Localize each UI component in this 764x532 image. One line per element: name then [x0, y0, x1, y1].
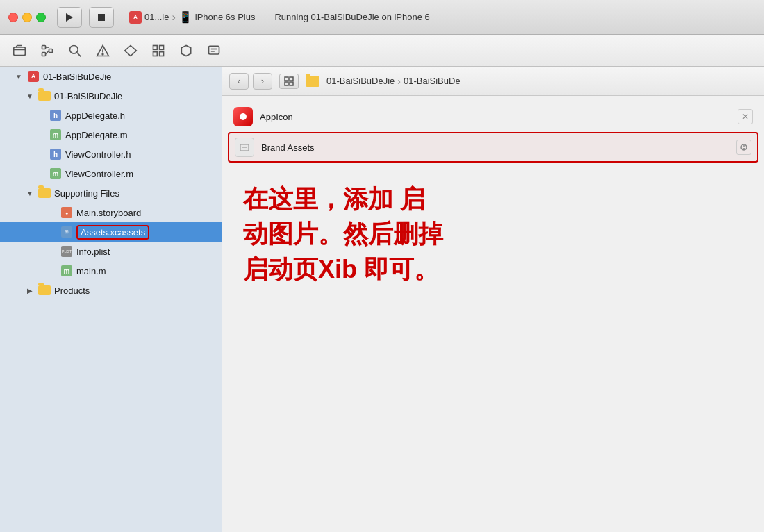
nav-folder-icon: [306, 76, 319, 87]
sidebar-item-products[interactable]: Products: [0, 281, 222, 300]
sidebar-item-viewcontroller-m[interactable]: m ViewController.m: [0, 164, 222, 183]
svg-rect-16: [209, 46, 219, 54]
appicon-action-btn[interactable]: ✕: [738, 109, 753, 124]
project-folder-label: 01-BaiSiBuDeJie: [54, 91, 122, 101]
sidebar-item-main-storyboard[interactable]: ● Main.storyboard: [0, 203, 222, 222]
xcassets-file-icon: ⊞: [60, 226, 73, 238]
folder-yellow-icon: [38, 90, 51, 102]
right-panel: ‹ › 01-BaiSiBuDeJie › 01-BaiSiBuDe: [222, 67, 764, 532]
play-button[interactable]: [57, 7, 82, 28]
svg-point-28: [743, 149, 745, 150]
folder-yellow-icon2: [38, 187, 51, 199]
m-file-icon: m: [49, 128, 62, 141]
sidebar-item-project-folder[interactable]: 01-BaiSiBuDeJie: [0, 86, 222, 106]
minimize-button[interactable]: [22, 13, 32, 22]
m-file-icon2: m: [49, 167, 62, 180]
svg-point-11: [102, 53, 103, 55]
brand-assets-name: Brand Assets: [261, 142, 729, 153]
sidebar-item-info-plist[interactable]: PLIST Info.plist: [0, 242, 222, 261]
folder-yellow-icon3: [38, 284, 51, 297]
nav-grid-btn[interactable]: [279, 74, 299, 89]
sidebar: A 01-BaiSiBuDeJie 01-BaiSiBuDeJie h AppD…: [0, 67, 222, 532]
svg-rect-5: [49, 49, 53, 52]
info-plist-label: Info.plist: [76, 247, 110, 257]
sidebar-item-supporting-files[interactable]: Supporting Files: [0, 183, 222, 203]
svg-rect-4: [42, 52, 46, 56]
nav-bc-2: 01-BaiSiBuDe: [404, 76, 460, 86]
breadcrumb-sep1: ›: [172, 11, 175, 24]
search-icon-btn[interactable]: [63, 38, 88, 63]
supporting-files-label: Supporting Files: [54, 188, 119, 199]
breadcrumb: A 01...ie › 📱 iPhone 6s Plus: [129, 10, 255, 24]
viewcontroller-m-label: ViewController.m: [65, 169, 133, 179]
main-storyboard-label: Main.storyboard: [76, 208, 141, 218]
svg-rect-19: [285, 77, 288, 81]
asset-row-brand-assets[interactable]: Brand Assets: [228, 132, 758, 163]
sidebar-item-root-project[interactable]: A 01-BaiSiBuDeJie: [0, 67, 222, 86]
nav-sep1: ›: [397, 76, 401, 87]
sidebar-item-appdelegate-h[interactable]: h AppDelegate.h: [0, 106, 222, 125]
tag-icon-btn[interactable]: [174, 38, 199, 63]
viewcontroller-h-label: ViewController.h: [65, 149, 131, 160]
nav-back-btn[interactable]: ‹: [229, 73, 249, 90]
svg-point-8: [70, 45, 78, 53]
asset-row-appicon[interactable]: AppIcon ✕: [228, 101, 758, 132]
nav-bc-1: 01-BaiSiBuDeJie: [326, 76, 395, 86]
svg-rect-20: [290, 77, 293, 81]
right-nav: ‹ › 01-BaiSiBuDeJie › 01-BaiSiBuDe: [222, 67, 764, 96]
svg-rect-22: [290, 82, 293, 85]
annotation-text: 在这里，添加 启动图片。然后删掉启动页Xib 即可。: [243, 182, 743, 287]
products-label: Products: [54, 285, 90, 296]
assets-xcassets-label: Assets.xcassets: [76, 225, 149, 240]
right-nav-breadcrumb: 01-BaiSiBuDeJie › 01-BaiSiBuDe: [326, 76, 460, 87]
folder-icon-btn[interactable]: [7, 38, 32, 63]
svg-marker-0: [66, 13, 73, 22]
main-container: A 01-BaiSiBuDeJie 01-BaiSiBuDeJie h AppD…: [0, 67, 764, 532]
diamond-icon-btn[interactable]: [118, 38, 143, 63]
m-file-icon3: m: [60, 265, 73, 277]
sidebar-item-viewcontroller-h[interactable]: h ViewController.h: [0, 144, 222, 164]
iphone-icon: 📱: [178, 10, 192, 24]
h-file-icon2: h: [49, 148, 62, 160]
svg-rect-21: [285, 82, 288, 85]
nav-forward-btn[interactable]: ›: [253, 73, 272, 90]
asset-list: AppIcon ✕ Brand Assets: [222, 96, 764, 168]
breadcrumb-device: iPhone 6s Plus: [195, 12, 256, 22]
close-button[interactable]: [8, 13, 18, 22]
svg-rect-2: [14, 47, 26, 56]
title-bar: A 01...ie › 📱 iPhone 6s Plus Running 01-…: [0, 0, 764, 35]
stop-button[interactable]: [89, 7, 114, 28]
storyboard-file-icon: ●: [60, 206, 73, 219]
svg-line-9: [77, 52, 81, 56]
project-file-icon: A: [27, 70, 40, 83]
toolbar: [0, 35, 764, 67]
running-status: Running 01-BaiSiBuDeJie on iPhone 6: [274, 12, 429, 22]
project-icon: A: [129, 11, 142, 24]
disclosure-products: [25, 285, 35, 295]
appdelegate-h-label: AppDelegate.h: [65, 110, 125, 121]
svg-rect-13: [160, 45, 164, 49]
breadcrumb-project: 01...ie: [144, 12, 169, 22]
disclosure-root: [14, 72, 24, 81]
grid-icon-btn[interactable]: [146, 38, 171, 63]
appicon-name: AppIcon: [260, 112, 731, 122]
svg-line-7: [46, 51, 49, 54]
root-project-label: 01-BaiSiBuDeJie: [43, 72, 111, 82]
maximize-button[interactable]: [36, 13, 46, 22]
hierarchy-icon-btn[interactable]: [35, 38, 60, 63]
annotation-area: 在这里，添加 启动图片。然后删掉启动页Xib 即可。: [222, 168, 764, 532]
sidebar-item-assets-xcassets[interactable]: ⊞ Assets.xcassets: [0, 222, 222, 242]
h-file-icon: h: [49, 109, 62, 122]
brand-assets-action-btn[interactable]: [736, 140, 751, 155]
svg-rect-15: [160, 51, 164, 56]
disclosure-project: [25, 91, 35, 101]
appdelegate-m-label: AppDelegate.m: [65, 130, 128, 140]
brand-assets-thumbnail: [235, 138, 254, 157]
sidebar-item-main-m[interactable]: m main.m: [0, 261, 222, 281]
svg-rect-1: [98, 14, 105, 21]
svg-rect-14: [153, 51, 158, 56]
chat-icon-btn[interactable]: [201, 38, 226, 63]
sidebar-item-appdelegate-m[interactable]: m AppDelegate.m: [0, 125, 222, 144]
warning-icon-btn[interactable]: [90, 38, 115, 63]
appicon-thumbnail: [233, 107, 253, 126]
